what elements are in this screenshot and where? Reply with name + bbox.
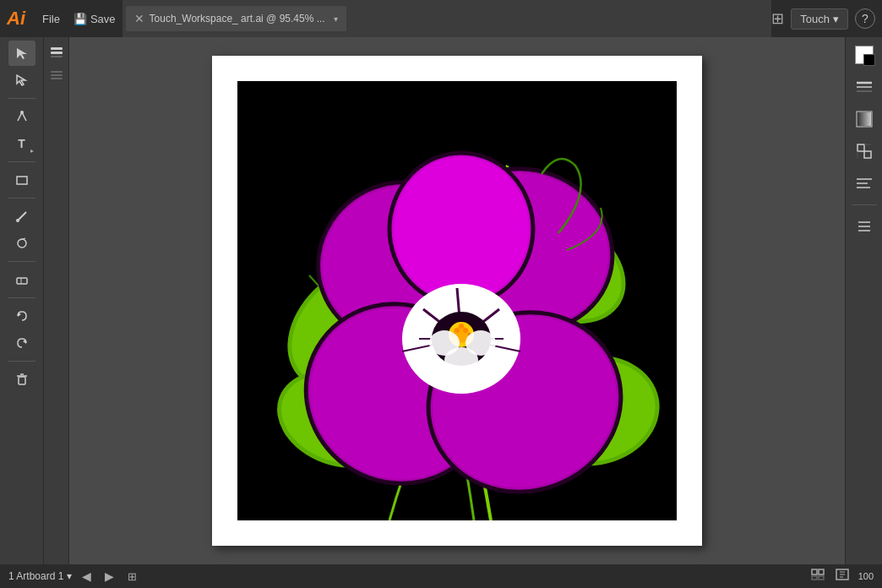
next-artboard-button[interactable]: ▶ — [101, 569, 117, 583]
save-icon: 💾 — [74, 13, 87, 25]
menu-file[interactable]: File — [35, 9, 67, 29]
svg-line-4 — [18, 212, 26, 220]
svg-rect-19 — [51, 74, 63, 76]
tool-divider-2 — [8, 161, 35, 162]
artboard-dropdown-icon[interactable]: ▾ — [67, 570, 72, 582]
tool-divider-1 — [8, 98, 35, 99]
svg-rect-80 — [812, 569, 817, 574]
svg-point-5 — [16, 219, 19, 222]
svg-rect-82 — [812, 576, 817, 580]
svg-rect-71 — [864, 151, 871, 158]
fit-page-button[interactable] — [835, 569, 850, 584]
selection-tool[interactable] — [8, 41, 35, 66]
file-tab[interactable]: ✕ Touch_Workspace_ art.ai @ 95.45% ... ▾ — [126, 6, 346, 31]
bottom-right-controls: 100 — [811, 569, 874, 584]
undo-button[interactable] — [8, 303, 35, 329]
direct-selection-tool[interactable] — [8, 68, 35, 93]
tool-divider-5 — [8, 297, 35, 298]
workspace-icon: ⊞ — [771, 9, 784, 28]
redo-button[interactable] — [8, 330, 35, 356]
svg-rect-69 — [858, 112, 871, 126]
more-options-button[interactable] — [852, 214, 877, 239]
help-button[interactable]: ? — [855, 8, 875, 29]
stroke-panel-toggle[interactable] — [852, 74, 877, 100]
svg-marker-0 — [17, 48, 27, 59]
svg-point-38 — [394, 157, 529, 301]
delete-button[interactable] — [8, 367, 35, 392]
tab-area: ✕ Touch_Workspace_ art.ai @ 95.45% ... ▾ — [122, 0, 772, 37]
transform-panel-toggle[interactable] — [852, 139, 877, 164]
right-panel — [845, 37, 882, 564]
svg-marker-1 — [17, 75, 25, 85]
svg-rect-17 — [51, 56, 63, 57]
paintbrush-tool[interactable] — [8, 204, 35, 229]
svg-point-59 — [459, 324, 464, 329]
svg-rect-12 — [19, 377, 25, 384]
ai-logo: Ai — [7, 8, 25, 30]
svg-point-58 — [463, 328, 468, 333]
right-controls: ⊞ Touch ▾ ? — [771, 8, 875, 30]
svg-rect-8 — [17, 278, 27, 284]
libraries-panel-toggle[interactable] — [46, 66, 67, 86]
eraser-tool[interactable] — [8, 267, 35, 292]
artboard-shadow — [212, 56, 702, 546]
svg-marker-11 — [23, 340, 26, 344]
svg-rect-70 — [858, 144, 864, 151]
zoom-level-display[interactable]: 100 — [858, 571, 874, 581]
color-swatch-white[interactable] — [852, 42, 877, 68]
svg-point-6 — [18, 239, 26, 248]
save-button[interactable]: 💾 Save — [67, 9, 122, 29]
main-area: T ▸ — [0, 37, 882, 564]
rpanel-divider — [852, 204, 877, 205]
tab-title: Touch_Workspace_ art.ai @ 95.45% ... — [150, 13, 325, 24]
menubar: Ai File 💾 Save ✕ Touch_Workspace_ art.ai… — [0, 0, 882, 37]
svg-point-57 — [455, 328, 460, 333]
tool-divider-3 — [8, 198, 35, 199]
svg-rect-18 — [51, 71, 63, 73]
tool-divider-6 — [8, 361, 35, 362]
svg-point-64 — [444, 347, 478, 373]
artboard[interactable] — [237, 81, 677, 520]
grid-view-button[interactable] — [811, 569, 826, 584]
tab-dropdown-icon[interactable]: ▾ — [334, 14, 338, 24]
artboard-options-button[interactable]: ⊞ — [124, 570, 140, 583]
svg-rect-16 — [51, 52, 63, 54]
properties-panel-toggle[interactable] — [46, 42, 67, 63]
blob-brush-tool[interactable] — [8, 231, 35, 256]
artboard-label: 1 Artboard 1 — [8, 570, 63, 582]
svg-rect-81 — [819, 569, 824, 574]
bottom-bar: 1 Artboard 1 ▾ ◀ ▶ ⊞ 100 — [0, 564, 882, 588]
canvas-area — [69, 37, 845, 564]
pen-tool[interactable] — [8, 104, 35, 129]
gradient-panel-toggle[interactable] — [852, 106, 877, 132]
svg-point-2 — [20, 111, 24, 114]
tab-close[interactable]: ✕ — [134, 12, 144, 25]
svg-rect-3 — [17, 177, 27, 184]
rectangle-tool[interactable] — [8, 167, 35, 193]
artboard-selector[interactable]: 1 Artboard 1 ▾ — [8, 570, 72, 582]
type-tool[interactable]: T ▸ — [8, 131, 35, 156]
left-toolbar: T ▸ — [0, 37, 44, 564]
workspace-button[interactable]: Touch ▾ — [791, 8, 848, 30]
svg-rect-20 — [51, 78, 63, 79]
svg-rect-15 — [51, 47, 63, 50]
tool-divider-4 — [8, 261, 35, 262]
svg-marker-10 — [18, 313, 21, 317]
second-toolbar — [44, 37, 69, 564]
align-panel-toggle[interactable] — [852, 171, 877, 196]
prev-artboard-button[interactable]: ◀ — [79, 569, 95, 583]
svg-rect-83 — [819, 576, 824, 580]
